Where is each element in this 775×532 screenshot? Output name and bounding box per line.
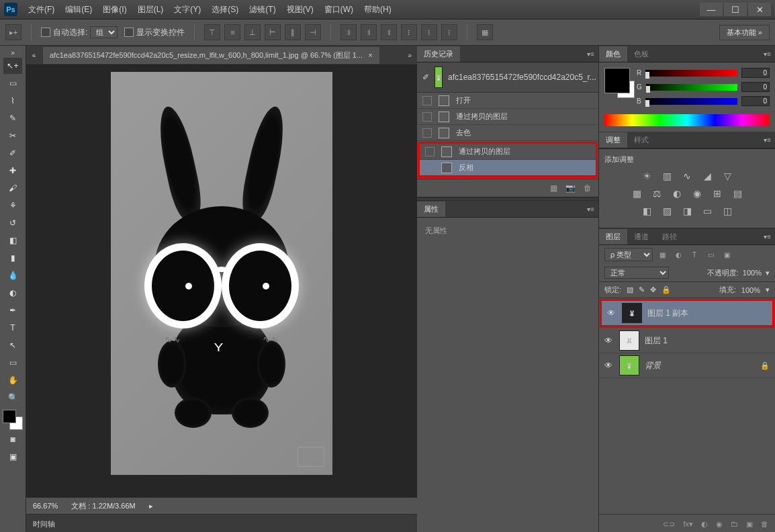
tab-close-icon[interactable]: × — [368, 51, 372, 59]
history-item[interactable]: 去色 — [417, 125, 598, 141]
panel-menu-icon[interactable]: ▾≡ — [760, 233, 775, 240]
path-select-tool[interactable]: ↖ — [3, 337, 22, 353]
tab-adjustments[interactable]: 调整 — [599, 132, 627, 148]
link-icon[interactable]: ⊂⊃ — [663, 520, 675, 529]
auto-select-dropdown[interactable]: 组 — [90, 26, 118, 38]
mask-icon[interactable]: ◐ — [701, 520, 708, 529]
menu-select[interactable]: 选择(S) — [208, 2, 242, 17]
align-hcenter-icon[interactable]: ∥ — [285, 24, 301, 40]
tab-scroll-right-icon[interactable]: » — [408, 52, 412, 59]
lock-position-icon[interactable]: ✥ — [650, 285, 656, 294]
visibility-icon[interactable]: 👁 — [607, 308, 617, 318]
lock-all-icon[interactable]: 🔒 — [662, 285, 671, 294]
blend-mode-dropdown[interactable]: 正常 — [604, 267, 669, 279]
filter-adjust-icon[interactable]: ◐ — [672, 248, 685, 261]
layer-item[interactable]: 👁 🐰 背景 🔒 — [599, 353, 775, 378]
align-bottom-icon[interactable]: ⊥ — [244, 24, 261, 40]
lock-paint-icon[interactable]: ✎ — [639, 285, 645, 294]
menu-layer[interactable]: 图层(L) — [134, 2, 168, 17]
align-right-icon[interactable]: ⊣ — [305, 24, 321, 40]
dodge-tool[interactable]: ◐ — [3, 285, 22, 301]
blur-tool[interactable]: 💧 — [3, 267, 22, 283]
gradient-tool[interactable]: ▮ — [3, 250, 22, 266]
stamp-tool[interactable]: ⚘ — [3, 197, 22, 214]
menu-filter[interactable]: 滤镜(T) — [245, 2, 279, 17]
align-vcenter-icon[interactable]: ≡ — [224, 24, 240, 40]
canvas-viewport[interactable]: ∿∿∿∿ Y — [26, 65, 417, 497]
dist-icon[interactable]: ⫴ — [361, 24, 377, 40]
new-snapshot-icon[interactable]: 📷 — [565, 183, 576, 193]
invert-icon[interactable]: ◧ — [640, 205, 653, 217]
mixer-icon[interactable]: ⊞ — [711, 187, 724, 200]
tab-swatches[interactable]: 色板 — [627, 46, 655, 62]
color-spectrum[interactable] — [604, 114, 770, 126]
color-swatch[interactable] — [604, 68, 630, 93]
close-button[interactable]: ✕ — [748, 3, 771, 16]
filter-kind-dropdown[interactable]: ρ 类型 — [604, 248, 653, 261]
eyedropper-tool[interactable]: ✐ — [3, 145, 22, 161]
crop-tool[interactable]: ✂ — [3, 128, 22, 144]
tab-properties[interactable]: 属性 — [417, 202, 445, 217]
checkbox-icon[interactable] — [124, 28, 134, 37]
history-item-selected[interactable]: 反相 — [420, 160, 596, 176]
checkbox-icon[interactable] — [41, 28, 50, 37]
tab-paths[interactable]: 路径 — [655, 229, 684, 245]
panel-menu-icon[interactable]: ▾≡ — [760, 50, 775, 58]
menu-image[interactable]: 图像(I) — [99, 2, 130, 17]
3d-mode-icon[interactable]: ▦ — [477, 24, 493, 40]
tab-scroll-left-icon[interactable]: « — [29, 51, 39, 59]
pen-tool[interactable]: ✒ — [3, 302, 22, 318]
b-input[interactable] — [741, 96, 770, 106]
r-slider[interactable] — [645, 70, 737, 77]
screen-mode-tool[interactable]: ▣ — [3, 449, 22, 465]
history-item[interactable]: 打开 — [417, 93, 598, 109]
toolbox-collapse-icon[interactable]: » — [8, 48, 18, 56]
new-layer-icon[interactable]: ▣ — [746, 520, 753, 529]
g-slider[interactable] — [646, 84, 737, 91]
group-icon[interactable]: 🗀 — [731, 520, 738, 528]
maximize-button[interactable]: ☐ — [724, 3, 747, 16]
delete-icon[interactable]: 🗑 — [584, 183, 592, 193]
dist-icon[interactable]: ⫶ — [401, 24, 417, 40]
document-tab[interactable]: afc1ea8376515472fe590fccd42a20c5_resize,… — [43, 47, 379, 64]
brightness-icon[interactable]: ☀ — [640, 170, 653, 182]
auto-select-option[interactable]: 自动选择: 组 — [41, 26, 118, 38]
history-snapshot[interactable]: ✐ 🐰 afc1ea8376515472fe590fccd42a20c5_r..… — [417, 62, 598, 93]
quick-select-tool[interactable]: ✎ — [3, 110, 22, 126]
curves-icon[interactable]: ∿ — [680, 170, 694, 182]
dist-icon[interactable]: ⫴ — [381, 24, 397, 40]
opacity-value[interactable]: 100% — [743, 269, 762, 277]
vibrance-icon[interactable]: ▽ — [721, 170, 734, 182]
dist-icon[interactable]: ⫶ — [421, 24, 437, 40]
hue-icon[interactable]: ▦ — [630, 187, 643, 200]
tab-styles[interactable]: 样式 — [627, 132, 655, 148]
align-top-icon[interactable]: ⊤ — [204, 24, 220, 40]
timeline-panel[interactable]: 时间轴 — [26, 514, 417, 532]
history-item[interactable]: 通过拷贝的图层 — [417, 109, 598, 125]
lookup-icon[interactable]: ▤ — [731, 187, 744, 200]
tab-channels[interactable]: 通道 — [627, 229, 655, 245]
exposure-icon[interactable]: ◢ — [700, 170, 714, 182]
show-transform-option[interactable]: 显示变换控件 — [124, 27, 185, 38]
visibility-icon[interactable]: 👁 — [604, 336, 614, 345]
history-item[interactable]: 通过拷贝的图层 — [420, 144, 596, 160]
dist-icon[interactable]: ⫶ — [441, 24, 457, 40]
filter-shape-icon[interactable]: ▭ — [704, 248, 717, 261]
brush-tool[interactable]: 🖌 — [3, 180, 22, 196]
filter-pixel-icon[interactable]: ▦ — [655, 248, 669, 261]
fill-value[interactable]: 100% — [741, 286, 760, 294]
b-slider[interactable] — [645, 98, 737, 105]
menu-edit[interactable]: 编辑(E) — [61, 2, 96, 17]
delete-icon[interactable]: 🗑 — [761, 520, 768, 528]
zoom-level[interactable]: 66.67% — [33, 502, 58, 510]
marquee-tool[interactable]: ▭ — [3, 75, 22, 91]
posterize-icon[interactable]: ▨ — [660, 205, 674, 217]
status-arrow-icon[interactable]: ▸ — [149, 502, 153, 511]
photo-filter-icon[interactable]: ◉ — [690, 187, 704, 200]
panel-menu-icon[interactable]: ▾≡ — [583, 50, 598, 58]
move-tool[interactable]: ↖+ — [3, 58, 22, 74]
filter-smart-icon[interactable]: ▣ — [720, 248, 733, 261]
menu-window[interactable]: 窗口(W) — [320, 2, 357, 17]
r-input[interactable] — [741, 68, 770, 78]
lock-transparent-icon[interactable]: ▧ — [627, 285, 633, 294]
